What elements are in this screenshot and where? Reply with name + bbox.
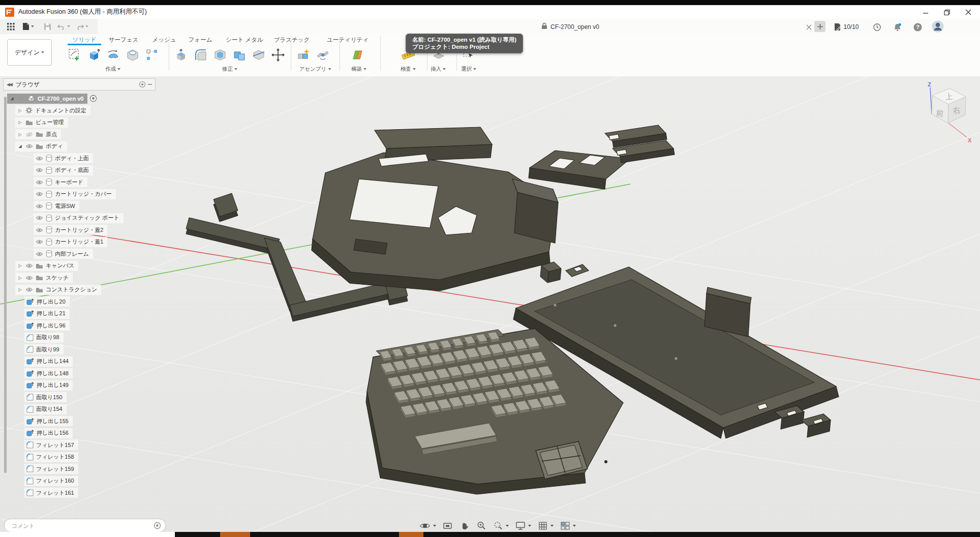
minimize-button[interactable] [915, 6, 936, 18]
part-body-top[interactable] [312, 127, 558, 291]
browser-item[interactable]: 押し出し21 [24, 309, 70, 319]
tab-form[interactable]: フォーム [186, 35, 216, 45]
browser-item[interactable]: 押し出し156 [24, 428, 73, 438]
job-status-clock-icon[interactable] [870, 21, 883, 33]
expand-open-arrow[interactable]: ◢ [9, 96, 15, 101]
pan-icon[interactable] [460, 521, 470, 531]
expand-closed-arrow[interactable]: ▷ [17, 287, 23, 292]
browser-item[interactable]: フィレット161 [24, 488, 78, 498]
pattern-icon[interactable] [143, 46, 161, 64]
browser-item[interactable]: 押し出し148 [24, 368, 73, 378]
tab-mesh[interactable]: メッシュ [149, 35, 179, 45]
group-construct-label[interactable]: 構築 [351, 66, 366, 73]
extrude-icon[interactable] [85, 46, 103, 64]
browser-item[interactable]: 面取り150 [24, 392, 67, 402]
joint-icon[interactable] [314, 46, 331, 64]
expand-closed-arrow[interactable]: ▷ [17, 132, 23, 137]
panel-opacity-knob[interactable] [139, 81, 146, 88]
comment-input[interactable] [11, 522, 154, 529]
browser-item[interactable]: 内部フレーム [34, 249, 93, 259]
browser-item[interactable]: 面取り154 [24, 404, 67, 414]
group-create-label[interactable]: 作成 [105, 66, 120, 73]
group-assemble-label[interactable]: アセンブリ [299, 66, 331, 73]
orbit-icon[interactable] [420, 521, 436, 531]
combine-icon[interactable] [231, 46, 248, 64]
display-settings-icon[interactable] [515, 521, 531, 531]
expand-closed-arrow[interactable]: ▷ [17, 263, 23, 268]
group-inspect-label[interactable]: 検査 [401, 66, 416, 73]
notifications-bell-icon[interactable] [891, 21, 904, 33]
expand-closed-arrow[interactable]: ▷ [17, 276, 23, 280]
browser-item[interactable]: キーボード [34, 177, 87, 187]
visibility-eye-icon[interactable] [36, 167, 43, 173]
visibility-eye-icon[interactable] [36, 180, 43, 185]
close-button[interactable] [958, 6, 979, 18]
expand-closed-arrow[interactable]: ▷ [17, 108, 23, 113]
tab-utility[interactable]: ユーティリティ [324, 35, 372, 45]
browser-item[interactable]: 押し出し149 [24, 380, 73, 391]
zoom-icon[interactable] [476, 521, 486, 531]
browser-item[interactable]: フィレット160 [24, 476, 78, 486]
browser-item[interactable]: ジョイスティック ポート [34, 213, 124, 223]
visibility-eye-icon[interactable] [17, 96, 25, 101]
visibility-eye-icon[interactable] [25, 143, 33, 149]
save-icon[interactable] [41, 20, 54, 33]
revolve-icon[interactable] [105, 46, 122, 64]
part-power-switch[interactable] [540, 262, 561, 283]
press-pull-icon[interactable] [173, 46, 190, 64]
visibility-eye-icon[interactable] [36, 239, 43, 245]
browser-item[interactable]: フィレット157 [24, 440, 78, 450]
browser-item[interactable]: 押し出し96 [24, 320, 70, 331]
shell-icon[interactable] [211, 46, 229, 64]
visibility-eye-icon[interactable] [36, 227, 43, 233]
visibility-eye-icon[interactable] [36, 251, 43, 257]
file-menu-icon[interactable] [21, 20, 35, 33]
browser-item[interactable]: 押し出し20 [24, 296, 70, 307]
group-insert-label[interactable]: 挿入 [431, 66, 446, 73]
browser-item[interactable]: ◢ボディ [15, 141, 67, 152]
undo-icon[interactable] [57, 20, 70, 33]
browser-item[interactable]: 面取り99 [24, 344, 64, 354]
browser-item[interactable]: カートリッジ・蓋2 [34, 225, 107, 235]
tab-surface[interactable]: サーフェス [106, 35, 142, 45]
browser-item[interactable]: ▷原点 [15, 129, 61, 139]
browser-item[interactable]: ▷ドキュメントの設定 [15, 105, 90, 115]
browser-item[interactable]: 面取り98 [24, 333, 64, 343]
browser-item[interactable]: フィレット158 [24, 452, 78, 462]
grid-display-icon[interactable] [538, 521, 554, 531]
help-icon[interactable]: ? [911, 21, 924, 33]
browser-item[interactable]: ▷キャンバス [15, 261, 78, 271]
visibility-eye-icon[interactable] [36, 203, 43, 209]
browser-item[interactable]: カートリッジ・カバー [34, 189, 116, 199]
hole-icon[interactable] [124, 46, 141, 64]
visibility-eye-icon[interactable] [25, 263, 33, 268]
profile-avatar[interactable] [931, 20, 944, 33]
new-component-icon[interactable] [295, 46, 312, 64]
visibility-eye-off-icon[interactable] [25, 132, 33, 137]
visibility-eye-icon[interactable] [36, 191, 43, 197]
viewports-icon[interactable] [560, 521, 576, 531]
browser-item[interactable]: ボディ・上面 [34, 153, 93, 163]
browser-item[interactable]: 押し出し144 [24, 356, 73, 367]
part-cartridge-cover[interactable] [529, 125, 675, 189]
browser-item[interactable]: ◢CF-2700_open v0 [7, 94, 87, 104]
browser-item[interactable]: フィレット159 [24, 464, 78, 474]
maximize-button[interactable] [936, 6, 958, 18]
browser-item[interactable]: 押し出し155 [24, 416, 73, 426]
split-icon[interactable] [250, 46, 267, 64]
move-icon[interactable] [269, 46, 287, 64]
browser-item[interactable]: ▷コンストラクション [15, 285, 101, 295]
fillet-icon[interactable] [192, 46, 209, 64]
visibility-eye-icon[interactable] [25, 275, 33, 281]
create-sketch-icon[interactable] [66, 46, 83, 64]
visibility-eye-icon[interactable] [36, 215, 43, 221]
document-tab[interactable]: CF-2700_open v0 10/10 ? [98, 19, 980, 34]
app-grid-icon[interactable] [4, 20, 17, 33]
activate-radio-icon[interactable] [89, 95, 97, 102]
new-tab-icon[interactable] [814, 21, 825, 32]
browser-item[interactable]: ▷ビュー管理 [15, 117, 68, 128]
look-at-icon[interactable] [443, 521, 453, 531]
expand-open-arrow[interactable]: ◢ [17, 144, 23, 148]
tab-sheetmetal[interactable]: シート メタル [223, 35, 266, 45]
doc-counter[interactable]: 10/10 [832, 21, 861, 33]
